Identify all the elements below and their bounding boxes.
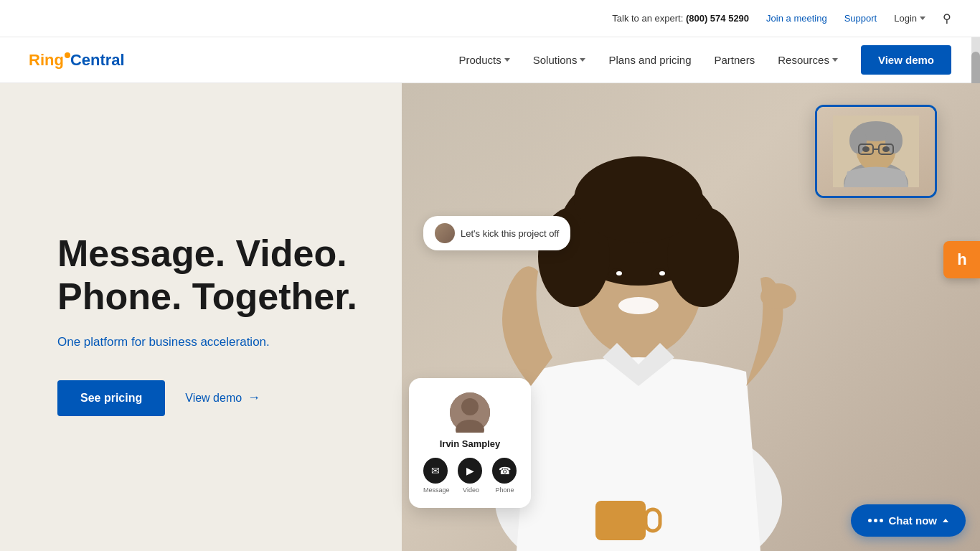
hero-buttons: See pricing View demo → — [57, 380, 359, 416]
video-action-button[interactable]: ▶ — [458, 458, 482, 484]
phone-action-button[interactable]: ☎ — [492, 458, 517, 484]
login-button[interactable]: Login — [894, 13, 925, 24]
nav-partners[interactable]: Partners — [715, 54, 755, 66]
svg-point-26 — [882, 146, 890, 152]
see-pricing-button[interactable]: See pricing — [57, 380, 165, 416]
nav-solutions[interactable]: Solutions — [533, 54, 586, 66]
svg-point-7 — [760, 283, 796, 309]
logo-dot-icon — [65, 52, 70, 58]
view-demo-button[interactable]: View demo — [861, 45, 951, 75]
chevron-down-icon — [504, 58, 510, 62]
svg-point-25 — [862, 146, 870, 152]
video-label: Video — [459, 486, 483, 494]
chat-bubble: Let's kick this project off — [423, 216, 570, 250]
contact-labels: Message Video Phone — [423, 486, 517, 494]
logo-ring: Ring — [29, 51, 64, 70]
chat-dots-icon — [868, 519, 883, 522]
phone-number: (800) 574 5290 — [686, 13, 749, 24]
chevron-down-icon — [832, 58, 838, 62]
video-inner — [817, 107, 935, 196]
helpdesk-widget[interactable]: h — [943, 241, 980, 278]
chat-now-button[interactable]: Chat now — [851, 504, 966, 537]
phone-icon: ☎ — [499, 465, 511, 476]
nav-resources[interactable]: Resources — [778, 54, 838, 66]
video-person-image — [833, 116, 919, 187]
chevron-up-icon — [943, 519, 948, 522]
hero-headline: Message. Video.Phone. Together. — [57, 232, 359, 319]
contact-name: Irvin Sampley — [423, 438, 517, 449]
svg-point-11 — [608, 268, 626, 281]
svg-point-13 — [616, 271, 622, 276]
chat-bubble-text: Let's kick this project off — [461, 228, 559, 239]
chat-dot — [874, 519, 877, 522]
nav-bar: Ring Central Products Solutions Plans an… — [0, 37, 980, 83]
hero-subtext: One platform for business acceleration. — [57, 333, 359, 352]
logo-central: Central — [70, 51, 125, 70]
svg-point-14 — [659, 271, 665, 276]
svg-point-10 — [618, 297, 659, 314]
talk-to-expert: Talk to an expert: (800) 574 5290 — [612, 13, 749, 24]
chevron-down-icon — [920, 17, 925, 20]
contact-card: Irvin Sampley ✉ ▶ ☎ Message Video Phone — [409, 378, 531, 508]
nav-products[interactable]: Products — [459, 54, 510, 66]
chevron-down-icon — [580, 58, 585, 62]
svg-rect-8 — [595, 501, 646, 540]
svg-point-28 — [461, 398, 479, 415]
svg-point-6 — [574, 156, 703, 242]
message-icon: ✉ — [431, 465, 440, 476]
hero-left: Message. Video.Phone. Together. One plat… — [0, 83, 402, 551]
contact-avatar-image — [450, 392, 490, 433]
contact-avatar — [450, 392, 490, 433]
top-bar: Talk to an expert: (800) 574 5290 Join a… — [0, 0, 980, 37]
helpdesk-icon: h — [957, 250, 966, 269]
phone-label: Phone — [493, 486, 517, 494]
chat-now-label: Chat now — [889, 514, 938, 527]
chat-dot — [880, 519, 883, 522]
contact-actions: ✉ ▶ ☎ — [423, 458, 517, 484]
hero-section: Message. Video.Phone. Together. One plat… — [0, 83, 980, 551]
svg-point-12 — [651, 268, 669, 281]
chat-dot — [868, 519, 872, 522]
arrow-right-icon: → — [248, 390, 260, 405]
join-meeting-link[interactable]: Join a meeting — [766, 13, 827, 24]
view-demo-link[interactable]: View demo → — [185, 390, 260, 405]
chat-avatar — [435, 223, 455, 243]
nav-items: Products Solutions Plans and pricing Par… — [459, 54, 838, 66]
video-icon: ▶ — [466, 465, 474, 476]
message-label: Message — [423, 486, 449, 494]
message-action-button[interactable]: ✉ — [423, 458, 448, 484]
logo[interactable]: Ring Central — [29, 51, 125, 70]
support-link[interactable]: Support — [844, 13, 877, 24]
search-icon[interactable]: ⚲ — [943, 11, 951, 25]
hero-right: Let's kick this project off Irvin Sample… — [402, 83, 980, 551]
nav-plans-pricing[interactable]: Plans and pricing — [608, 54, 691, 66]
video-call-overlay — [815, 105, 937, 198]
